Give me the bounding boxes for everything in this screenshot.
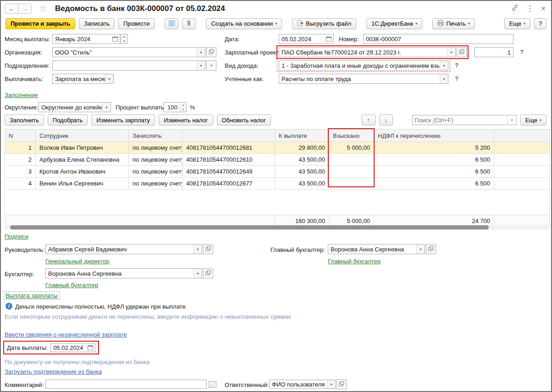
calendar-icon[interactable] [326, 37, 331, 42]
organization-open-button[interactable] [206, 47, 216, 57]
rounding-combo[interactable]: Округление до копейки ▾ [39, 102, 111, 112]
chevron-down-icon[interactable]: ▾ [102, 103, 110, 112]
column-header-method[interactable]: Зачислять: [129, 130, 182, 142]
more-button[interactable]: Еще ▾ [504, 18, 530, 29]
chevron-down-icon[interactable]: ▾ [327, 380, 335, 388]
comment-field[interactable] [45, 380, 207, 389]
horizontal-scrollbar[interactable] [5, 225, 549, 230]
cell-account[interactable]: 40817810544700012681 [182, 142, 275, 154]
calendar-icon[interactable] [88, 345, 93, 350]
cell-empty[interactable] [494, 178, 550, 190]
load-confirmation-link[interactable]: Загрузить подтверждение из банка [5, 368, 102, 375]
chevron-down-icon[interactable]: ▾ [416, 245, 425, 254]
pay-what-combo[interactable]: Зарплата за месяц ▾ [52, 74, 114, 84]
responsible-open-button[interactable] [337, 379, 347, 389]
cell-ndfl[interactable]: 5 200 [374, 142, 494, 154]
column-header-employee[interactable]: Сотрудник [36, 130, 129, 142]
cell-payout[interactable]: 43 500,00 [275, 154, 329, 166]
project-count-field[interactable]: 1 [474, 47, 513, 57]
cell-method[interactable]: по лицевому счету [129, 154, 182, 166]
fill-button[interactable]: Заполнить [5, 114, 44, 125]
table-row[interactable]: 3 Кротов Антон Иванович по лицевому счет… [5, 166, 550, 178]
month-stepper[interactable]: ▲ ▼ [121, 34, 128, 44]
chief-accountant-open-button[interactable] [426, 244, 436, 254]
chevron-down-icon[interactable]: ▾ [105, 74, 113, 83]
move-down-button[interactable]: ↓ [379, 114, 393, 125]
cell-collected[interactable] [329, 154, 374, 166]
post-button[interactable]: Провести [118, 18, 155, 29]
chevron-down-icon[interactable]: ▾ [440, 74, 448, 83]
cell-employee[interactable]: Венин Илья Сергеевич [36, 178, 129, 190]
directbank-button[interactable]: 1С:ДиректБанк ▾ [366, 18, 422, 29]
attachments-button[interactable] [182, 18, 196, 29]
salary-payment-link[interactable]: Выплата зарплаты [6, 292, 58, 299]
spin-up-icon[interactable]: ▲ [121, 34, 127, 39]
cell-collected[interactable] [329, 178, 374, 190]
chevron-down-icon[interactable]: ▾ [193, 245, 202, 254]
change-tax-button[interactable]: Изменить налог [159, 114, 213, 125]
scrollbar-thumb[interactable] [10, 225, 489, 229]
spin-down-icon[interactable]: ▼ [180, 107, 186, 112]
table-row[interactable]: 4 Венин Илья Сергеевич по лицевому счету… [5, 178, 550, 190]
write-button[interactable]: Записать [79, 18, 115, 29]
cell-ndfl[interactable]: 6 500 [374, 154, 494, 166]
cell-collected[interactable]: 5 000,00 [329, 142, 374, 154]
accounted-combo[interactable]: Расчеты по оплате труда ▾ [279, 74, 448, 84]
month-field[interactable]: Январь 2024 [52, 34, 120, 44]
column-header-n[interactable]: N [5, 130, 36, 142]
chevron-down-icon[interactable]: ▾ [447, 48, 455, 57]
column-header-ndfl[interactable]: НДФЛ к перечислению [374, 130, 494, 142]
accountant-position-link[interactable]: Главный бухгалтер [45, 282, 98, 289]
chevron-down-icon[interactable]: ▾ [193, 269, 202, 278]
cell-empty[interactable] [494, 142, 550, 154]
back-button[interactable]: ← [5, 4, 18, 14]
column-header-payout[interactable]: К выплате [275, 130, 329, 142]
table-more-button[interactable]: Еще ▾ [520, 114, 546, 125]
date-field[interactable]: 05.02.2024 [279, 34, 334, 44]
close-icon[interactable]: × [541, 5, 546, 12]
favorite-icon[interactable]: ☆ [39, 3, 47, 14]
cell-method[interactable]: по лицевому счету [129, 166, 182, 178]
cell-method[interactable]: по лицевому счету [129, 142, 182, 154]
forward-button[interactable]: → [18, 4, 32, 14]
responsible-combo[interactable]: ФИО пользователя ▾ [269, 380, 336, 389]
cell-employee[interactable]: Арбузова Елена Степановна [36, 154, 129, 166]
create-based-on-button[interactable]: Создать на основании ▾ [206, 18, 282, 29]
column-header-account[interactable] [182, 130, 275, 142]
cell-method[interactable]: по лицевому счету [129, 178, 182, 190]
print-button[interactable]: Печать ▾ [432, 18, 475, 29]
search-input[interactable] [413, 117, 508, 124]
spin-up-icon[interactable]: ▲ [180, 103, 186, 107]
table-row[interactable]: 2 Арбузова Елена Степановна по лицевому … [5, 154, 550, 166]
cell-empty[interactable] [494, 166, 550, 178]
fill-section-link[interactable]: Заполнение [5, 92, 38, 98]
manager-open-button[interactable] [203, 244, 213, 254]
chief-accountant-combo[interactable]: Воронова Анна Сергеевна ▾ [328, 244, 425, 254]
percent-spin[interactable]: ▲ ▼ [180, 103, 186, 112]
cell-employee[interactable]: Волков Иван Петрович [36, 142, 129, 154]
salary-project-combo[interactable]: ПАО Сбербанк №77000124 от 29.12.2023 г. … [279, 47, 456, 57]
manager-position-link[interactable]: Генеральный директор [45, 258, 109, 265]
cell-empty[interactable] [494, 154, 550, 166]
chevron-down-icon[interactable]: ▾ [197, 48, 205, 57]
enter-unpaid-link[interactable]: Ввести сведения о незачисленной зарплате [5, 331, 127, 338]
number-field[interactable]: 003К-000007 [363, 34, 513, 44]
cell-collected[interactable] [329, 166, 374, 178]
percent-stepper[interactable]: 100 ▲ ▼ [164, 102, 187, 112]
cell-payout[interactable]: 43 500,00 [275, 178, 329, 190]
income-kind-help-link[interactable]: ? [455, 62, 458, 69]
salary-project-open-button[interactable] [457, 47, 467, 57]
cell-n[interactable]: 4 [5, 178, 36, 190]
link-icon[interactable] [511, 4, 519, 13]
cell-payout[interactable]: 29 800,00 [275, 142, 329, 154]
chevron-down-icon[interactable]: ▾ [197, 61, 205, 70]
cell-account[interactable]: 40817810544700012677 [182, 178, 275, 190]
cell-n[interactable]: 2 [5, 154, 36, 166]
cell-ndfl[interactable]: 6 500 [374, 178, 494, 190]
pay-date-field[interactable]: 05.02.2024 [50, 343, 95, 352]
cell-account[interactable]: 40817810544700012649 [182, 166, 275, 178]
income-kind-combo[interactable]: 1 - Заработная плата и иные доходы с огр… [279, 60, 448, 71]
more-menu-icon[interactable]: ⋮ [526, 5, 534, 12]
department-combo[interactable]: ▾ [52, 60, 205, 71]
cell-ndfl[interactable]: 6 500 [374, 166, 494, 178]
